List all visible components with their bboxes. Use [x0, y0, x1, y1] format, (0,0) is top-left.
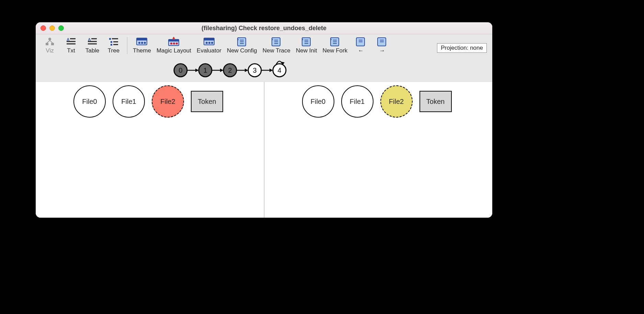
left-diagram: File0File1File2Token — [36, 85, 264, 118]
node-label: Token — [426, 98, 445, 106]
node-token[interactable]: Token — [191, 91, 223, 112]
magic-layout-icon — [168, 36, 180, 47]
viz-button[interactable]: Viz — [39, 36, 60, 54]
trace-graph[interactable]: 01234 — [173, 58, 297, 78]
tree-button[interactable]: Tree — [103, 36, 124, 54]
new-init-button[interactable]: New Init — [293, 36, 320, 54]
app-window: (filesharing) Check restore_undoes_delet… — [36, 22, 492, 218]
toolbar-label: Evaluator — [197, 47, 221, 54]
new-fork-button[interactable]: New Fork — [320, 36, 350, 54]
scroll-icon — [376, 36, 388, 47]
svg-point-27 — [173, 43, 175, 45]
evaluator-button[interactable]: Evaluator — [194, 36, 224, 54]
table-button[interactable]: A Table — [82, 36, 103, 54]
text-lines-icon: A — [87, 36, 98, 47]
node-token[interactable]: Token — [419, 91, 452, 112]
outline-tree-icon — [108, 36, 119, 47]
toolbar-label: Tree — [108, 47, 119, 54]
scroll-icon — [271, 36, 282, 47]
split-panes: File0File1File2Token File0File1File2Toke… — [36, 82, 492, 218]
svg-text:4: 4 — [277, 67, 281, 74]
arrow-left-icon: ← — [358, 47, 364, 54]
theme-button[interactable]: Theme — [130, 36, 154, 54]
trace-bar: 01234 — [36, 56, 492, 82]
new-config-button[interactable]: New Config — [224, 36, 260, 54]
scroll-icon — [236, 36, 248, 47]
svg-point-23 — [144, 42, 146, 44]
zoom-icon[interactable] — [58, 25, 64, 31]
toolbar-separator — [127, 37, 127, 54]
right-diagram: File0File1File2Token — [264, 85, 493, 118]
svg-line-4 — [50, 40, 53, 43]
node-file1[interactable]: File1 — [113, 85, 145, 118]
scroll-icon — [301, 36, 312, 47]
evaluator-icon — [203, 36, 215, 47]
node-label: File1 — [350, 98, 365, 106]
svg-rect-14 — [111, 41, 112, 43]
right-pane: File0File1File2Token — [264, 82, 493, 218]
svg-rect-2 — [51, 43, 54, 45]
svg-line-3 — [47, 40, 50, 43]
palette-dialog-icon — [136, 36, 148, 47]
titlebar: (filesharing) Check restore_undoes_delet… — [36, 22, 492, 34]
minimize-icon[interactable] — [49, 25, 55, 31]
svg-point-21 — [138, 42, 140, 44]
toolbar-label: Table — [85, 47, 100, 54]
new-trace-button[interactable]: New Trace — [260, 36, 293, 54]
node-file2[interactable]: File2 — [380, 85, 413, 118]
toolbar-label: New Fork — [322, 47, 347, 54]
prev-button[interactable]: ← — [350, 36, 371, 54]
svg-rect-15 — [111, 44, 112, 46]
svg-rect-30 — [173, 38, 174, 40]
svg-point-26 — [170, 43, 172, 45]
left-pane: File0File1File2Token — [36, 82, 264, 218]
toolbar-label: Theme — [133, 47, 151, 54]
svg-rect-1 — [46, 43, 48, 45]
next-button[interactable]: → — [371, 36, 393, 54]
svg-point-34 — [208, 42, 210, 44]
txt-button[interactable]: A Txt — [60, 36, 82, 54]
node-file0[interactable]: File0 — [73, 85, 106, 118]
toolbar-label: Magic Layout — [157, 47, 191, 54]
svg-point-22 — [141, 42, 143, 44]
svg-text:2: 2 — [228, 67, 232, 74]
svg-point-28 — [176, 43, 178, 45]
svg-rect-32 — [204, 38, 214, 40]
projection-dropdown[interactable]: Projection: none — [437, 43, 487, 53]
svg-point-0 — [48, 38, 51, 40]
node-label: File0 — [311, 98, 325, 106]
node-file0[interactable]: File0 — [302, 85, 334, 118]
magic-layout-button[interactable]: Magic Layout — [154, 36, 194, 54]
svg-point-35 — [211, 42, 213, 44]
node-label: File2 — [160, 98, 175, 106]
node-label: File1 — [121, 98, 136, 106]
svg-text:1: 1 — [203, 67, 207, 74]
window-title: (filesharing) Check restore_undoes_delet… — [36, 25, 492, 32]
toolbar: Viz A Txt A Table Tree Theme — [36, 34, 492, 56]
scroll-icon — [329, 36, 341, 47]
node-label: File2 — [389, 98, 404, 106]
node-file2[interactable]: File2 — [152, 85, 184, 118]
arrow-right-icon: → — [379, 47, 385, 54]
svg-rect-20 — [137, 38, 147, 40]
tree-graph-icon — [44, 36, 56, 47]
node-file1[interactable]: File1 — [341, 85, 373, 118]
svg-point-33 — [206, 42, 208, 44]
text-lines-icon: A — [65, 36, 77, 47]
close-icon[interactable] — [41, 25, 46, 31]
node-label: File0 — [82, 98, 97, 106]
svg-rect-13 — [109, 38, 111, 40]
window-controls — [36, 25, 64, 31]
node-label: Token — [198, 98, 216, 106]
toolbar-label: New Config — [227, 47, 257, 54]
toolbar-label: Txt — [67, 47, 75, 54]
toolbar-label: New Trace — [263, 47, 290, 54]
projection-label: Projection: none — [441, 45, 483, 51]
toolbar-label: Viz — [46, 47, 54, 54]
svg-text:3: 3 — [253, 67, 256, 74]
scroll-icon — [355, 36, 367, 47]
toolbar-label: New Init — [296, 47, 317, 54]
svg-text:0: 0 — [179, 67, 182, 74]
